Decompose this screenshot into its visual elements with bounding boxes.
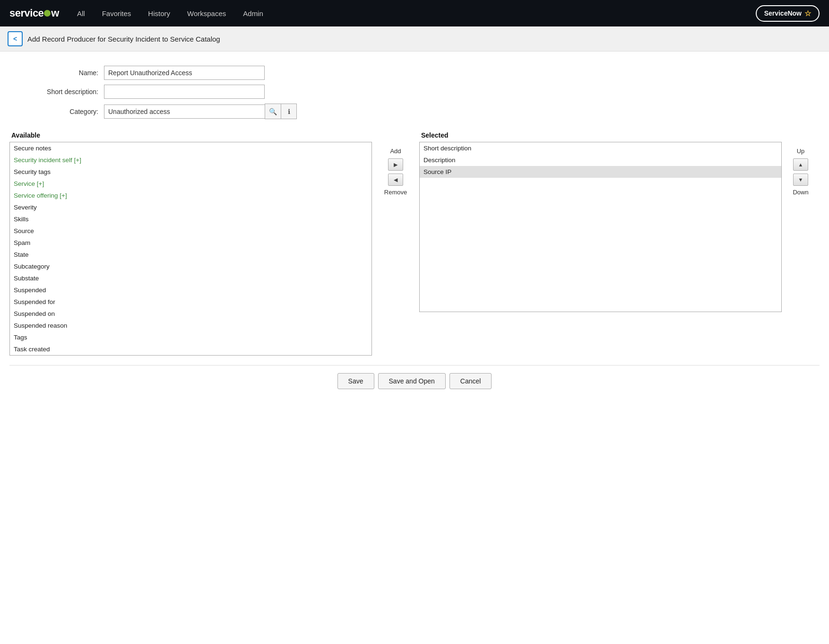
name-label: Name: [9,69,104,77]
transfer-controls: Add ▶ ◀ Remove [372,129,419,197]
short-desc-row: Short description: [9,85,820,99]
save-and-open-button[interactable]: Save and Open [378,373,446,389]
down-label: Down [793,189,808,196]
cancel-button[interactable]: Cancel [449,373,492,389]
available-list-item[interactable]: Substate [10,272,371,284]
available-list-item[interactable]: Security tags [10,166,371,178]
category-wrapper: 🔍 ℹ [104,104,297,119]
available-header: Available [9,129,372,142]
favorite-star-icon: ☆ [804,9,811,18]
selected-column: Selected Short descriptionDescriptionSou… [419,129,782,312]
user-button[interactable]: ServiceNow ☆ [756,5,820,22]
selected-list[interactable]: Short descriptionDescriptionSource IP [419,142,782,312]
breadcrumb-text: Add Record Producer for Security Inciden… [27,35,220,43]
breadcrumb-bar: < Add Record Producer for Security Incid… [0,26,829,52]
save-button[interactable]: Save [337,373,374,389]
nav-workspaces[interactable]: Workspaces [181,6,233,21]
available-list-item[interactable]: State [10,249,371,261]
user-button-label: ServiceNow [764,9,802,17]
available-list-item[interactable]: Service offering [+] [10,190,371,201]
available-list-item[interactable]: Subcategory [10,261,371,272]
available-list-item[interactable]: Skills [10,213,371,225]
name-input[interactable] [104,66,265,80]
add-button[interactable]: ▶ [388,158,403,171]
available-list[interactable]: Secure notesSecurity incident self [+]Se… [9,142,372,356]
available-list-item[interactable]: Suspended [10,284,371,296]
category-row: Category: 🔍 ℹ [9,104,820,119]
short-desc-input[interactable] [104,85,265,99]
nav-history[interactable]: History [141,6,177,21]
available-list-item[interactable]: Suspended for [10,296,371,308]
available-list-item[interactable]: Task created [10,343,371,355]
available-list-item[interactable]: Security incident self [+] [10,154,371,166]
available-list-item[interactable]: Suspended reason [10,320,371,331]
logo-text: servicew [9,7,59,19]
selected-list-item[interactable]: Description [420,154,781,166]
available-list-item[interactable]: Tags [10,331,371,343]
up-button[interactable]: ▲ [793,158,808,171]
remove-button[interactable]: ◀ [388,174,403,186]
name-row: Name: [9,66,820,80]
nav-favorites[interactable]: Favorites [95,6,138,21]
short-desc-label: Short description: [9,88,104,96]
lists-section: Available Secure notesSecurity incident … [9,129,820,356]
available-list-item[interactable]: Suspended on [10,308,371,320]
category-info-button[interactable]: ℹ [281,104,297,119]
available-list-item[interactable]: Severity [10,201,371,213]
available-list-item[interactable]: Service [+] [10,178,371,190]
top-navigation: servicew All Favorites History Workspace… [0,0,829,26]
available-list-item[interactable]: Spam [10,237,371,249]
back-button[interactable]: < [8,31,23,46]
bottom-bar: Save Save and Open Cancel [9,365,820,399]
form-section: Name: Short description: Category: 🔍 ℹ [9,66,820,119]
nav-admin[interactable]: Admin [236,6,270,21]
selected-list-item[interactable]: Short description [420,142,781,154]
selected-header: Selected [419,129,782,142]
add-label: Add [390,148,401,155]
logo[interactable]: servicew [9,7,59,19]
up-label: Up [797,148,805,155]
selected-list-item[interactable]: Source IP [420,166,781,178]
order-controls: Up ▲ ▼ Down [782,129,820,197]
remove-label: Remove [384,189,407,196]
down-button[interactable]: ▼ [793,174,808,186]
available-column: Available Secure notesSecurity incident … [9,129,372,356]
main-content: Name: Short description: Category: 🔍 ℹ A… [0,52,829,408]
nav-all[interactable]: All [70,6,92,21]
info-icon: ℹ [288,108,290,115]
category-label: Category: [9,108,104,115]
category-input[interactable] [104,104,265,119]
available-list-item[interactable]: Source [10,225,371,237]
category-search-button[interactable]: 🔍 [265,104,281,119]
available-list-item[interactable]: Secure notes [10,142,371,154]
search-icon: 🔍 [269,108,277,115]
